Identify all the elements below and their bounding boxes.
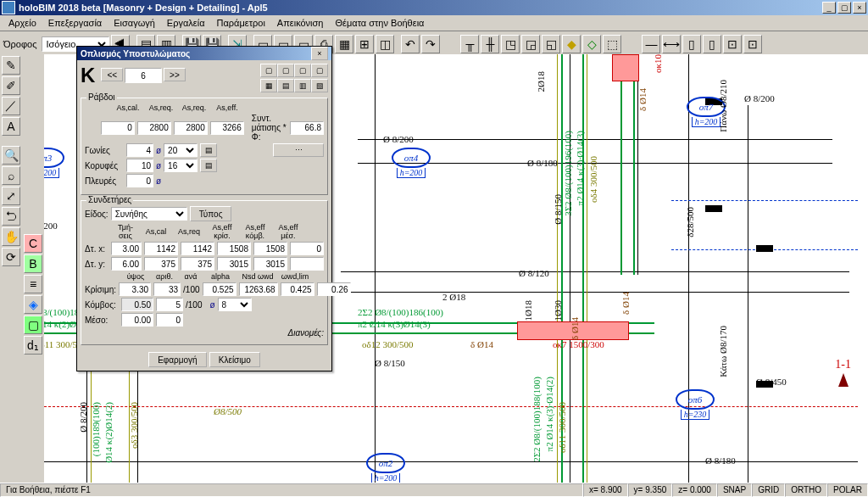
kr4[interactable] (239, 282, 278, 296)
mode-icon[interactable]: ⊞ (355, 35, 374, 53)
text-icon[interactable]: A (2, 117, 20, 136)
pencil2-icon[interactable]: ✐ (2, 76, 20, 95)
rec-number[interactable] (125, 68, 162, 83)
edges-d[interactable]: 16 (164, 159, 198, 172)
box2-icon[interactable]: ◲ (521, 35, 540, 53)
corners-d[interactable]: 20 (164, 143, 198, 157)
box4-icon[interactable]: ◆ (562, 35, 581, 53)
green-layer-icon[interactable]: B (24, 254, 42, 273)
rec-first[interactable]: << (101, 68, 123, 81)
pan-icon[interactable]: ✋ (2, 227, 20, 246)
zoom-icon[interactable]: 🔍 (2, 146, 20, 165)
dim3-icon[interactable]: ▯ (682, 35, 701, 53)
menu-tools[interactable]: Εργαλεία (162, 17, 210, 29)
bars-options[interactable]: ⋯ (273, 143, 324, 157)
kr0[interactable] (119, 282, 151, 296)
menu-view[interactable]: Απεικόνιση (272, 17, 329, 29)
kr3[interactable] (203, 282, 236, 296)
box3-icon[interactable]: ◱ (542, 35, 560, 53)
frame1-icon[interactable]: ╥ (460, 35, 479, 53)
sides-n[interactable] (126, 174, 153, 187)
edges-add[interactable]: ▤ (200, 159, 217, 172)
as-cal[interactable] (101, 121, 135, 135)
synt[interactable] (290, 121, 324, 135)
dy2[interactable] (181, 257, 214, 271)
kr6[interactable] (317, 282, 351, 296)
d1-icon[interactable]: d₁ (24, 336, 42, 355)
minimize-button[interactable]: _ (822, 2, 836, 14)
close-button[interactable]: × (853, 2, 866, 14)
stirrup-type[interactable]: Συνήθης (111, 207, 187, 221)
layer1-icon[interactable]: ≡ (24, 275, 42, 293)
maximize-button[interactable]: ▢ (837, 2, 851, 14)
dx0[interactable] (111, 242, 142, 255)
as-eff[interactable] (210, 121, 244, 135)
zoom-area-icon[interactable]: ⌕ (2, 166, 20, 185)
cube-icon[interactable]: ⬚ (603, 35, 621, 53)
status-snap[interactable]: SNAP (717, 483, 752, 497)
ms1[interactable] (156, 313, 183, 327)
diamond-icon[interactable]: ◈ (24, 295, 42, 314)
dim4-icon[interactable]: ▯ (703, 35, 721, 53)
frame2-icon[interactable]: ╫ (481, 35, 499, 53)
stirrup-type-btn[interactable]: Τύπος (190, 206, 232, 221)
mini-7[interactable]: ▥ (294, 79, 311, 92)
dy1[interactable] (144, 257, 178, 271)
kr5[interactable] (281, 282, 314, 296)
mini-3[interactable]: ▢ (294, 64, 311, 77)
dy4[interactable] (253, 257, 287, 271)
box5-icon[interactable]: ◇ (582, 35, 601, 53)
menu-help[interactable]: Θέματα στην Βοήθεια (330, 17, 429, 29)
pencil-icon[interactable]: ✎ (2, 56, 20, 75)
dx5[interactable] (290, 242, 324, 255)
close-dialog-button[interactable]: Κλείσιμο (209, 352, 260, 367)
mini-8[interactable]: ▧ (311, 79, 328, 92)
zoom-fit-icon[interactable]: ⤢ (2, 187, 20, 205)
box1-icon[interactable]: ◳ (501, 35, 520, 53)
menu-file[interactable]: Αρχείο (3, 17, 42, 29)
mini-5[interactable]: ▦ (260, 79, 277, 92)
dx2[interactable] (181, 242, 214, 255)
status-ortho[interactable]: ORTHO (785, 483, 827, 497)
dy0[interactable] (111, 257, 142, 271)
refresh-icon[interactable]: ⟳ (2, 248, 20, 266)
red-layer-icon[interactable]: C (24, 234, 42, 253)
dx3[interactable] (217, 242, 251, 255)
kv-d[interactable]: 8 (218, 298, 252, 311)
kr1[interactable] (153, 282, 181, 296)
menu-insert[interactable]: Εισαγωγή (108, 17, 160, 29)
mini-2[interactable]: ▢ (277, 64, 294, 77)
redo-icon[interactable]: ↷ (421, 35, 440, 53)
dim2-icon[interactable]: ⟷ (662, 35, 681, 53)
zoom-prev-icon[interactable]: ⮌ (2, 207, 20, 226)
status-polar[interactable]: POLAR (827, 483, 868, 497)
mini-1[interactable]: ▢ (260, 64, 277, 77)
dx4[interactable] (253, 242, 287, 255)
menu-params[interactable]: Παράμετροι (212, 17, 270, 29)
as-req2[interactable] (174, 121, 208, 135)
menu-edit[interactable]: Επεξεργασία (43, 17, 107, 29)
corners-add[interactable]: ▤ (200, 143, 217, 157)
dialog-close-icon[interactable]: × (311, 47, 328, 60)
as-req1[interactable] (137, 121, 171, 135)
dim6-icon[interactable]: ⊡ (743, 35, 762, 53)
dy5[interactable] (290, 257, 324, 271)
mini-6[interactable]: ▤ (277, 79, 294, 92)
edges-n[interactable] (126, 159, 153, 172)
status-grid[interactable]: GRID (752, 483, 785, 497)
dx1[interactable] (144, 242, 178, 255)
undo-icon[interactable]: ↶ (401, 35, 420, 53)
square-icon[interactable]: ▢ (24, 316, 42, 334)
corners-n[interactable] (126, 143, 153, 157)
chart-icon[interactable]: ◫ (376, 35, 394, 53)
dim5-icon[interactable]: ⊡ (723, 35, 742, 53)
mini-4[interactable]: ▢ (311, 64, 328, 77)
grid-icon[interactable]: ▦ (335, 35, 353, 53)
ms0[interactable] (121, 313, 153, 327)
dy3[interactable] (217, 257, 251, 271)
rec-last[interactable]: >> (164, 68, 186, 81)
kv1[interactable] (156, 298, 183, 311)
line-icon[interactable]: ／ (2, 97, 20, 115)
apply-button[interactable]: Εφαρμογή (148, 352, 207, 367)
dim1-icon[interactable]: — (642, 35, 660, 53)
